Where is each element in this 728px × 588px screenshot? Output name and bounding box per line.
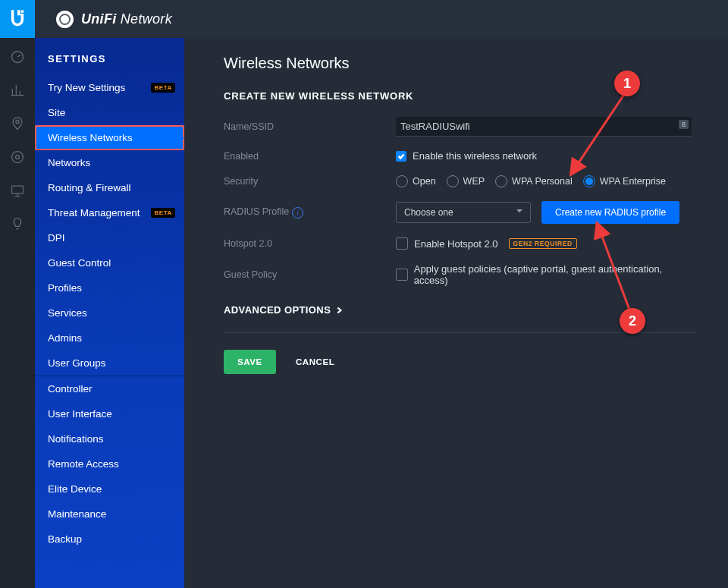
sidebar-item-label: User Groups	[48, 357, 106, 369]
security-radio-open[interactable]: Open	[396, 175, 436, 187]
settings-sidebar: SETTINGS Try New SettingsBETASiteWireles…	[35, 38, 184, 588]
sidebar-item-label: Wireless Networks	[48, 132, 133, 143]
check-icon	[396, 151, 406, 162]
ssid-label: Name/SSID	[224, 121, 396, 132]
sidebar-item-label: Profiles	[48, 282, 82, 294]
cancel-button[interactable]: CANCEL	[291, 357, 340, 367]
sidebar-item-dpi[interactable]: DPI	[35, 225, 184, 250]
hotspot-checkbox-label: Enable Hotspot 2.0	[414, 238, 498, 250]
radius-label: RADIUS Profilei	[224, 206, 396, 219]
map-icon[interactable]	[9, 115, 26, 132]
svg-point-2	[16, 120, 19, 123]
sidebar-item-label: Routing & Firewall	[48, 182, 131, 193]
sidebar-item-label: Controller	[48, 383, 93, 395]
brand-square[interactable]	[0, 0, 35, 38]
security-label: Security	[224, 176, 396, 187]
sidebar-item-backup[interactable]: Backup	[35, 527, 184, 552]
sidebar-item-user-groups[interactable]: User Groups	[35, 351, 184, 376]
sidebar-item-threat-management[interactable]: Threat ManagementBETA	[35, 200, 184, 225]
sidebar-item-maintenance[interactable]: Maintenance	[35, 502, 184, 527]
guest-policy-label: Guest Policy	[224, 269, 396, 280]
hotspot-label: Hotspot 2.0	[224, 238, 396, 249]
ssid-input[interactable]	[396, 117, 692, 137]
sidebar-item-wireless-networks[interactable]: Wireless Networks	[35, 125, 184, 150]
radio-label: Open	[413, 176, 436, 187]
sidebar-item-label: Try New Settings	[48, 82, 125, 93]
security-radio-group: OpenWEPWPA PersonalWPA Enterprise	[396, 175, 666, 187]
sidebar-item-label: Backup	[48, 533, 82, 545]
checkbox-empty-icon	[396, 237, 408, 250]
radio-label: WEP	[463, 176, 485, 187]
create-radius-profile-button[interactable]: Create new RADIUS profile	[541, 201, 679, 224]
svg-point-4	[16, 156, 20, 159]
security-radio-wpa-personal[interactable]: WPA Personal	[495, 175, 573, 187]
app-header: UniFi Network	[0, 0, 728, 38]
info-icon[interactable]: i	[292, 207, 303, 219]
hotspot-checkbox[interactable]: Enable Hotspot 2.0	[396, 237, 498, 250]
sidebar-item-site[interactable]: Site	[35, 100, 184, 125]
network-app-icon	[56, 11, 74, 28]
radio-icon	[583, 175, 595, 187]
sidebar-item-controller[interactable]: Controller	[35, 376, 184, 401]
sidebar-item-label: Site	[48, 107, 65, 118]
radio-icon	[396, 175, 408, 187]
clients-icon[interactable]	[9, 182, 26, 199]
beta-badge: BETA	[151, 83, 175, 93]
sidebar-item-guest-control[interactable]: Guest Control	[35, 250, 184, 275]
sidebar-item-label: Networks	[48, 157, 90, 168]
enabled-label: Enabled	[224, 151, 396, 162]
radio-icon	[447, 175, 459, 187]
sidebar-item-label: Maintenance	[48, 508, 106, 520]
guest-policy-checkbox[interactable]: Apply guest policies (captive portal, gu…	[396, 263, 696, 286]
annotation-marker-1: 1	[614, 71, 640, 96]
sidebar-item-label: Notifications	[48, 433, 104, 445]
save-button[interactable]: SAVE	[224, 350, 276, 374]
svg-rect-5	[12, 186, 24, 193]
sidebar-item-label: DPI	[48, 232, 65, 244]
nav-icon-column	[0, 38, 35, 588]
beta-badge: BETA	[151, 208, 175, 218]
sidebar-item-admins[interactable]: Admins	[35, 325, 184, 351]
enable-network-checkbox[interactable]: Enable this wireless network	[396, 150, 537, 162]
sidebar-item-user-interface[interactable]: User Interface	[35, 401, 184, 426]
divider	[224, 332, 696, 333]
sidebar-item-label: Guest Control	[48, 257, 111, 269]
security-radio-wep[interactable]: WEP	[447, 175, 485, 187]
product-badge: UniFi Network	[56, 11, 172, 28]
annotation-marker-2: 2	[620, 308, 645, 334]
guest-policy-checkbox-label: Apply guest policies (captive portal, gu…	[414, 263, 696, 286]
security-radio-wpa-enterprise[interactable]: WPA Enterprise	[583, 175, 666, 187]
sidebar-item-label: Services	[48, 307, 87, 319]
chevron-right-icon	[335, 307, 343, 314]
dashboard-icon[interactable]	[9, 49, 26, 65]
brand-name: UniFi	[81, 11, 117, 27]
radius-profile-select[interactable]: Choose one	[396, 202, 531, 223]
sidebar-item-remote-access[interactable]: Remote Access	[35, 451, 184, 476]
sidebar-item-elite-device[interactable]: Elite Device	[35, 476, 184, 502]
sidebar-item-networks[interactable]: Networks	[35, 150, 184, 175]
radio-icon	[495, 175, 507, 187]
svg-rect-0	[21, 10, 24, 13]
sidebar-item-label: Elite Device	[48, 483, 102, 495]
sidebar-item-profiles[interactable]: Profiles	[35, 275, 184, 300]
sidebar-item-label: Remote Access	[48, 458, 119, 470]
statistics-icon[interactable]	[9, 82, 26, 99]
enable-network-label: Enable this wireless network	[413, 150, 537, 162]
sidebar-item-label: User Interface	[48, 408, 112, 420]
sidebar-item-label: Threat Management	[48, 207, 140, 219]
main-panel: Wireless Networks CREATE NEW WIRELESS NE…	[184, 38, 728, 588]
ssid-char-badge: 8	[679, 120, 689, 129]
brand-suffix: Network	[121, 11, 172, 27]
insights-icon[interactable]	[9, 215, 26, 232]
page-title: Wireless Networks	[224, 55, 696, 72]
svg-point-3	[12, 152, 24, 163]
ubiquiti-logo-icon	[7, 8, 28, 30]
radio-label: WPA Personal	[512, 176, 573, 187]
devices-icon[interactable]	[9, 149, 26, 165]
radio-label: WPA Enterprise	[600, 176, 666, 187]
sidebar-heading: SETTINGS	[35, 38, 184, 75]
sidebar-item-routing-firewall[interactable]: Routing & Firewall	[35, 175, 184, 200]
sidebar-item-try-new-settings[interactable]: Try New SettingsBETA	[35, 75, 184, 100]
sidebar-item-notifications[interactable]: Notifications	[35, 426, 184, 451]
sidebar-item-services[interactable]: Services	[35, 300, 184, 325]
